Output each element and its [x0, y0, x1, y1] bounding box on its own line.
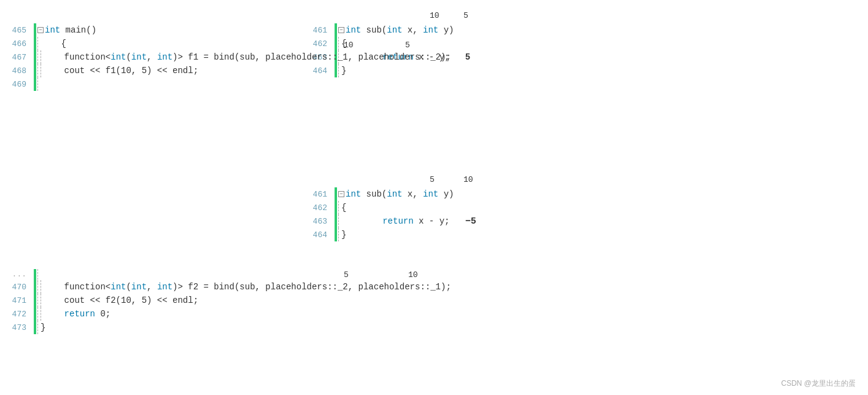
green-bar-thin-470b [41, 280, 42, 294]
green-bar-thin-473a [37, 321, 39, 334]
green-bar-thin-467a [37, 50, 39, 64]
green-bar-thin-470a [37, 280, 39, 294]
annot-5-f2: 5 [344, 270, 349, 280]
line-473: 473 } [0, 321, 451, 334]
line-472: 472 return 0; [0, 307, 451, 321]
annot-5-second: 5 [430, 175, 435, 184]
linenum-473: 473 [0, 323, 34, 332]
linenum-467: 467 [0, 53, 34, 62]
green-bar-472 [34, 307, 36, 321]
annot-10-second: 10 [463, 175, 473, 184]
linenum-471: 471 [0, 296, 34, 305]
green-bar-thin-468b [41, 64, 42, 77]
green-bar-467 [34, 50, 36, 64]
green-bar-thin-472b [41, 307, 42, 321]
green-bar-463-2 [335, 214, 337, 228]
green-bar-thin-462-2 [338, 201, 340, 214]
green-bar-469 [34, 77, 36, 91]
annot-10-f2: 10 [408, 270, 418, 280]
collapse-461-2[interactable]: − [338, 191, 344, 197]
annot-5-first: 5 [463, 11, 468, 20]
green-bar-thin-468a [37, 64, 39, 77]
line-470: 470 function<int(int, int)> f2 = bind(su… [0, 280, 451, 294]
green-bar-468 [34, 64, 36, 77]
linenum-465: 465 [0, 26, 34, 35]
green-bar-thin-467b [41, 50, 42, 64]
code-467: function<int(int, int)> f1 = bind(sub, p… [44, 52, 451, 62]
green-bar-thin-466 [37, 37, 39, 50]
green-bar-466 [34, 37, 36, 50]
green-bar-464-2 [335, 228, 337, 241]
linenum-468: 468 [0, 66, 34, 76]
code-463-2: return x - y; −5 [341, 216, 476, 227]
line-469: 469 [0, 77, 451, 91]
code-473: } [41, 323, 45, 332]
linenum-470: 470 [0, 283, 34, 292]
code-468: cout << f1(10, 5) << endl; [44, 66, 198, 76]
green-bar-thin-471a [37, 294, 39, 307]
line-467: 467 function<int(int, int)> f1 = bind(su… [0, 50, 451, 64]
line-464-2: 464 } [301, 228, 868, 241]
green-bar-473 [34, 321, 36, 334]
line-471: 471 cout << f2(10, 5) << endl; [0, 294, 451, 307]
green-bar-thin-471b [41, 294, 42, 307]
green-bar-471 [34, 294, 36, 307]
linenum-469: 469 [0, 80, 34, 89]
linenum-464-2: 464 [301, 230, 335, 240]
code-466: { [41, 39, 66, 49]
sub-block-2: 461 −int sub(int x, int y) 462 { 463 ret… [301, 187, 868, 241]
linenum-dots: ··· [0, 272, 34, 281]
line-467-wrapper: 10 5 467 function<int(int, int)> f1 = bi… [0, 50, 451, 64]
linenum-462-2: 462 [301, 203, 335, 213]
result-5-first: 5 [465, 52, 470, 62]
code-462-2: { [341, 203, 346, 213]
green-bar-thin-472a [37, 307, 39, 321]
green-bar-470 [34, 280, 36, 294]
line-465: 465 −int main() [0, 23, 451, 37]
linenum-461-2: 461 [301, 190, 335, 199]
green-bar-thin-463-2 [338, 214, 340, 228]
code-465: −int main() [37, 25, 96, 35]
linenum-463-2: 463 [301, 217, 335, 226]
line-461-2: 461 −int sub(int x, int y) [301, 187, 868, 201]
watermark: CSDN @龙里出生的蛋 [781, 378, 856, 389]
green-bar-thin-464-2 [338, 228, 340, 241]
green-bar-thin-469a [37, 77, 39, 91]
annot-5-f1: 5 [405, 41, 410, 50]
line-463-2: 463 return x - y; −5 [301, 214, 868, 228]
linenum-466: 466 [0, 39, 34, 49]
green-bar-465 [34, 23, 36, 37]
green-bar-462-2 [335, 201, 337, 214]
main-block-2: 5 10 470 function<int(int, int)> f2 = bi… [0, 280, 451, 334]
code-472: return 0; [44, 309, 110, 319]
code-viewer: 10 5 461 −int sub(int x, int y) 462 { 46… [0, 0, 868, 395]
code-471: cout << f2(10, 5) << endl; [44, 295, 198, 305]
linenum-472: 472 [0, 310, 34, 319]
code-461-2: −int sub(int x, int y) [338, 189, 454, 199]
line-468: 468 cout << f1(10, 5) << endl; [0, 64, 451, 77]
result-minus5: −5 [465, 216, 476, 227]
annot-10-first: 10 [430, 11, 440, 20]
green-bar-461-2 [335, 187, 337, 201]
code-464-2: } [341, 230, 346, 240]
line-466: 466 { [0, 37, 451, 50]
collapse-465[interactable]: − [37, 27, 44, 33]
annot-10-f1: 10 [344, 41, 354, 50]
line-462-2: 462 { [301, 201, 868, 214]
main-block: 465 −int main() 466 { 10 5 467 function<… [0, 23, 451, 91]
line-470-wrapper: 5 10 470 function<int(int, int)> f2 = bi… [0, 280, 451, 294]
code-470: function<int(int, int)> f2 = bind(sub, p… [44, 282, 451, 292]
